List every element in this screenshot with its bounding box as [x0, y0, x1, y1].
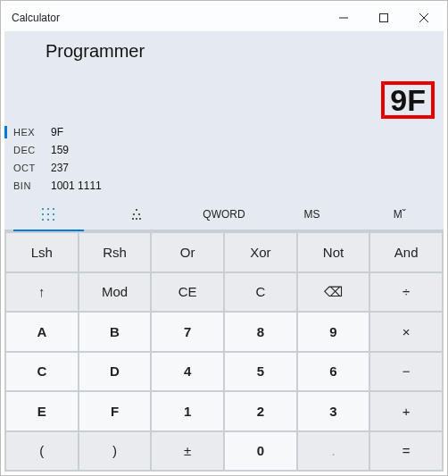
key-e[interactable]: E [6, 392, 78, 430]
svg-point-17 [133, 213, 135, 215]
svg-point-9 [53, 208, 54, 210]
key-up[interactable]: ↑ [6, 273, 78, 312]
svg-rect-1 [379, 14, 387, 22]
key-plusminus[interactable]: ± [152, 432, 223, 471]
key-6[interactable]: 6 [298, 353, 369, 391]
key-d[interactable]: D [79, 353, 151, 391]
base-dec[interactable]: DEC 159 [13, 142, 435, 158]
key-5[interactable]: 5 [225, 353, 296, 391]
key-9[interactable]: 9 [298, 313, 369, 351]
header: Programmer [4, 31, 444, 71]
base-bin[interactable]: BIN 1001 1111 [13, 178, 435, 194]
base-hex-value: 9F [51, 126, 63, 138]
base-bin-value: 1001 1111 [51, 180, 102, 192]
svg-point-10 [42, 213, 44, 215]
mode-label: Programmer [46, 41, 145, 62]
window-title: Calculator [4, 12, 323, 24]
menu-button[interactable] [10, 33, 46, 69]
svg-point-8 [47, 208, 49, 210]
key-c[interactable]: C [225, 273, 296, 312]
result-value: 9F [390, 85, 426, 115]
key-0[interactable]: 0 [225, 432, 296, 471]
key-multiply[interactable]: × [370, 313, 442, 351]
key-and[interactable]: And [370, 233, 442, 271]
svg-point-19 [132, 218, 134, 220]
tool-ms[interactable]: MS [268, 199, 355, 230]
base-oct-label: OCT [13, 163, 51, 173]
key-not[interactable]: Not [298, 233, 369, 271]
key-subtract[interactable]: − [370, 353, 442, 391]
key-7[interactable]: 7 [152, 313, 223, 351]
svg-point-12 [53, 213, 54, 215]
key-add[interactable]: + [370, 392, 442, 430]
base-hex-label: HEX [13, 127, 51, 138]
svg-point-16 [136, 209, 137, 211]
key-lsh[interactable]: Lsh [6, 233, 78, 271]
svg-point-11 [47, 213, 49, 215]
hamburger-icon [20, 45, 36, 57]
calculator-window: Calculator Programmer 9F HEX 9F DEC 159 [0, 0, 448, 476]
svg-point-21 [139, 218, 141, 220]
tool-word-size[interactable]: QWORD [180, 199, 268, 230]
result-highlight: 9F [381, 81, 435, 119]
key-xor[interactable]: Xor [225, 233, 296, 271]
base-hex[interactable]: HEX 9F [13, 124, 435, 140]
maximize-button[interactable] [363, 4, 403, 31]
svg-point-20 [136, 218, 137, 220]
key-lparen[interactable]: ( [6, 432, 78, 471]
key-decimal[interactable]: . [298, 432, 369, 471]
key-equals[interactable]: = [370, 432, 442, 471]
base-oct[interactable]: OCT 237 [13, 160, 435, 176]
key-mod[interactable]: Mod [79, 273, 151, 312]
base-dec-label: DEC [13, 145, 51, 155]
key-or[interactable]: Or [152, 233, 223, 271]
titlebar: Calculator [4, 4, 444, 31]
key-ce[interactable]: CE [152, 273, 223, 312]
key-8[interactable]: 8 [225, 313, 296, 351]
key-divide[interactable]: ÷ [370, 273, 442, 312]
svg-point-15 [53, 219, 54, 221]
svg-point-13 [42, 219, 44, 221]
result-row: 9F [4, 71, 444, 122]
keypad: Lsh Rsh Or Xor Not And ↑ Mod CE C ⌫ ÷ A … [4, 231, 444, 472]
base-dec-value: 159 [51, 144, 69, 156]
key-a[interactable]: A [6, 313, 78, 351]
key-rparen[interactable]: ) [79, 432, 151, 471]
key-4[interactable]: 4 [152, 353, 223, 391]
key-backspace[interactable]: ⌫ [298, 273, 369, 312]
base-bin-label: BIN [13, 180, 51, 191]
toolbar: QWORD MS Mˇ [4, 199, 444, 231]
key-c-hex[interactable]: C [6, 353, 78, 391]
key-2[interactable]: 2 [225, 392, 296, 430]
key-3[interactable]: 3 [298, 392, 369, 430]
close-button[interactable] [403, 4, 444, 31]
svg-point-7 [42, 208, 44, 210]
key-rsh[interactable]: Rsh [79, 233, 151, 271]
svg-point-18 [138, 213, 140, 215]
tool-bitpad[interactable] [4, 199, 92, 230]
grid-icon [41, 207, 55, 221]
minimize-button[interactable] [323, 4, 363, 31]
dots-icon [129, 207, 144, 221]
base-oct-value: 237 [51, 162, 69, 174]
key-b[interactable]: B [79, 313, 151, 351]
key-1[interactable]: 1 [152, 392, 223, 430]
svg-point-14 [47, 219, 49, 221]
base-list: HEX 9F DEC 159 OCT 237 BIN 1001 1111 [4, 122, 444, 199]
tool-memory-list[interactable]: Mˇ [356, 199, 444, 230]
tool-bits[interactable] [92, 199, 179, 230]
key-f[interactable]: F [79, 392, 151, 430]
